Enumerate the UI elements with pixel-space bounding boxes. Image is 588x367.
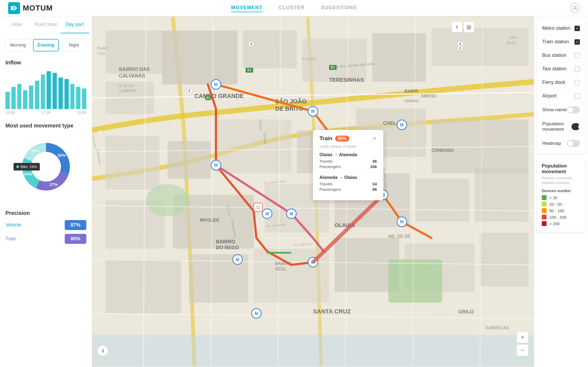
svg-text:OFIRAS: OFIRAS — [404, 99, 419, 103]
checklist-label-3: Taxi station — [542, 66, 567, 72]
svg-text:AZUL: AZUL — [275, 267, 286, 271]
bar-9 — [58, 77, 63, 109]
svg-text:E1: E1 — [247, 68, 251, 72]
user-icon[interactable] — [570, 3, 580, 13]
svg-text:BAIRRO DAS: BAIRRO DAS — [119, 67, 150, 72]
donut-label-1: 27% — [49, 182, 58, 187]
checklist-item-2: Bus station — [537, 49, 585, 62]
nav-movement[interactable]: MOVEMENT — [231, 4, 263, 12]
legend-item-0: < 20 — [542, 195, 580, 200]
legend-label-3: 100 - 200 — [549, 215, 566, 219]
precision-section: Precision Vehicle 87% Train 80% — [0, 205, 92, 253]
checkbox-2[interactable] — [574, 53, 580, 58]
zoom-out-button[interactable]: − — [517, 344, 528, 356]
bar-5 — [35, 81, 39, 109]
svg-rect-10 — [372, 33, 426, 82]
nav-center: MOVEMENT CLUSTER SUGESTIONS — [100, 4, 488, 12]
checklist-panel: Metro station✓Train station✓Bus stationT… — [537, 19, 585, 153]
svg-text:AMEND: AMEND — [421, 94, 436, 98]
bar-labels: 13:00 17:00 20:00 — [5, 109, 86, 116]
svg-text:SANTA CRUZ: SANTA CRUZ — [313, 308, 351, 315]
popup-route1-title: Olaias → Alameda — [319, 152, 377, 157]
tooltip-pct: 24% — [30, 165, 37, 169]
popup-route1-travels: Travels 36 — [319, 159, 377, 163]
svg-rect-8 — [243, 31, 297, 68]
btn-morning[interactable]: Morning — [5, 39, 30, 51]
donut-label-2: 24% — [24, 172, 32, 176]
tab-hour[interactable]: Hour — [3, 16, 31, 33]
heatmap-toggle[interactable] — [567, 140, 580, 147]
svg-point-30 — [146, 184, 189, 216]
checkbox-0[interactable]: ✓ — [574, 26, 580, 31]
svg-rect-24 — [106, 260, 181, 313]
svg-text:CONDADO: CONDADO — [432, 148, 454, 153]
popup-route2-passengers: Passengers 96 — [319, 187, 377, 192]
devices-label: Devices number — [542, 189, 580, 193]
popup-close-button[interactable]: ✕ — [372, 136, 377, 141]
layers-btn[interactable] — [463, 22, 474, 32]
btn-evening[interactable]: Evening — [33, 39, 58, 51]
popup-route2: Alameda → Olaias Travels 34 Passengers 9… — [319, 175, 377, 192]
svg-text:MPOLIDE: MPOLIDE — [200, 218, 219, 222]
svg-text:M: M — [400, 219, 404, 224]
svg-rect-23 — [475, 168, 528, 222]
legend-items: < 2020 - 5050 - 100100 - 200> 200 — [542, 195, 580, 226]
legend-item-1: 20 - 50 — [542, 202, 580, 207]
svg-text:M: M — [290, 212, 293, 216]
svg-text:4: 4 — [250, 42, 252, 46]
checklist-item-5: Airport — [537, 89, 585, 103]
checklist-label-0: Metro station — [542, 25, 570, 31]
tab-day-part[interactable]: Day part — [60, 16, 89, 33]
svg-rect-22 — [415, 179, 469, 222]
svg-text:TERESINHAS: TERESINHAS — [329, 77, 364, 83]
precision-vehicle-label: Vehicle — [5, 222, 62, 228]
precision-title: Precision — [5, 210, 86, 220]
checkbox-5[interactable] — [574, 93, 580, 99]
tooltip-label: Bike — [21, 165, 28, 169]
time-tabs: Hour Rush hour Day part — [0, 16, 92, 34]
bar-12 — [76, 87, 80, 109]
header: MOTUM MOVEMENT CLUSTER SUGESTIONS — [0, 0, 588, 16]
map-area[interactable]: BAIRRO DAS CALVANAS Q.TA DO LAMBERT CAMP… — [92, 16, 534, 367]
checklist-item-3: Taxi station — [537, 62, 585, 76]
tab-rush-hour[interactable]: Rush hour — [31, 16, 60, 33]
svg-text:BAIRRO: BAIRRO — [216, 239, 235, 244]
svg-text:Cruz: Cruz — [97, 51, 105, 55]
nav-cluster[interactable]: CLUSTER — [279, 4, 305, 12]
bar-label-2: 20:00 — [77, 110, 86, 115]
bar-0 — [5, 92, 10, 109]
chevron-right-btn[interactable] — [452, 22, 462, 32]
svg-text:M: M — [254, 311, 258, 316]
svg-text:M: M — [214, 82, 218, 87]
bar-7 — [47, 71, 51, 109]
popup-type: Train — [319, 135, 332, 142]
legend-item-4: > 200 — [542, 221, 580, 226]
show-name-toggle[interactable] — [567, 106, 580, 113]
header-right — [488, 3, 580, 13]
svg-text:2: 2 — [459, 42, 461, 46]
zoom-in-button[interactable]: + — [517, 331, 528, 343]
bar-6 — [41, 74, 45, 109]
svg-rect-31 — [388, 260, 442, 303]
nav-suggestions[interactable]: SUGESTIONS — [321, 4, 357, 12]
svg-rect-12 — [106, 136, 159, 189]
travels-label-2: Travels — [319, 182, 333, 186]
pop-movement-toggle[interactable] — [571, 123, 580, 130]
popup-subtitle: Likely means of travel — [319, 144, 377, 149]
pop-legend: Population movement Persons movement bet… — [537, 159, 585, 232]
svg-text:OLIV...: OLIV... — [507, 41, 518, 45]
svg-rect-29 — [480, 232, 528, 286]
svg-text:BAIRR: BAIRR — [404, 89, 418, 93]
checkbox-1[interactable]: ✓ — [574, 39, 580, 45]
popup-header: Train 80% ✕ — [319, 135, 377, 142]
checkbox-3[interactable] — [574, 66, 580, 72]
inflow-title: Inflow — [0, 54, 92, 68]
btn-night[interactable]: Night — [61, 39, 86, 51]
checkbox-4[interactable] — [574, 80, 580, 85]
popup-divider — [319, 172, 377, 172]
checklist-items: Metro station✓Train station✓Bus stationT… — [537, 22, 585, 103]
svg-text:ME. DE DE: ME. DE DE — [388, 234, 410, 239]
toggle-heatmap: Heatmap — [537, 136, 585, 151]
map-info-button[interactable]: ℹ — [97, 345, 108, 356]
svg-rect-11 — [432, 28, 528, 65]
